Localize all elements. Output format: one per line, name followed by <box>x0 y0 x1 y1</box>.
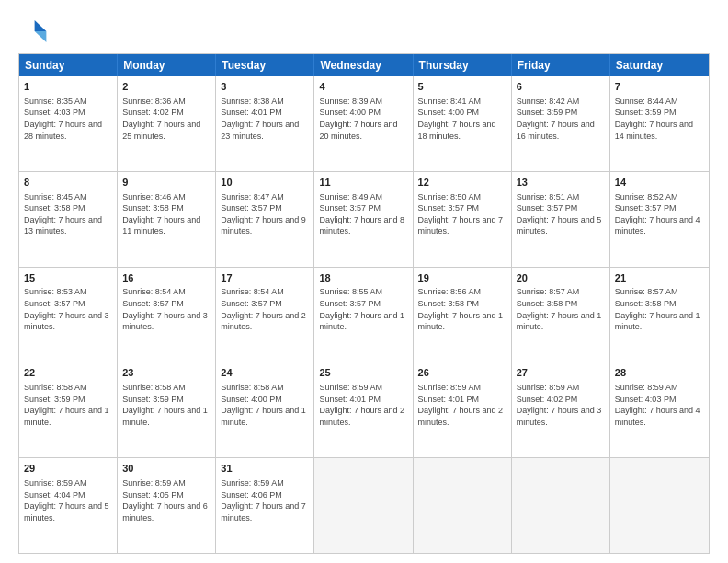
day-number: 15 <box>24 271 112 285</box>
day-number: 28 <box>615 366 704 380</box>
day-info: Sunrise: 8:50 AMSunset: 3:57 PMDaylight:… <box>418 191 506 237</box>
day-cell: 9Sunrise: 8:46 AMSunset: 3:58 PMDaylight… <box>118 172 216 267</box>
day-info: Sunrise: 8:54 AMSunset: 3:57 PMDaylight:… <box>221 286 309 332</box>
day-cell: 4Sunrise: 8:39 AMSunset: 4:00 PMDaylight… <box>314 76 413 171</box>
day-info: Sunrise: 8:56 AMSunset: 3:58 PMDaylight:… <box>418 286 506 332</box>
svg-marker-1 <box>35 31 47 42</box>
week-row-0: 1Sunrise: 8:35 AMSunset: 4:03 PMDaylight… <box>19 76 709 172</box>
day-cell: 18Sunrise: 8:55 AMSunset: 3:57 PMDayligh… <box>314 268 413 362</box>
day-info: Sunrise: 8:57 AMSunset: 3:58 PMDaylight:… <box>517 286 605 332</box>
header-tuesday: Tuesday <box>216 54 314 76</box>
week-row-2: 15Sunrise: 8:53 AMSunset: 3:57 PMDayligh… <box>19 268 709 363</box>
day-info: Sunrise: 8:57 AMSunset: 3:58 PMDaylight:… <box>615 286 704 332</box>
day-cell: 5Sunrise: 8:41 AMSunset: 4:00 PMDaylight… <box>414 76 512 171</box>
top-bar <box>18 17 710 46</box>
day-number: 20 <box>517 271 605 285</box>
day-info: Sunrise: 8:45 AMSunset: 3:58 PMDaylight:… <box>24 191 112 237</box>
day-cell: 19Sunrise: 8:56 AMSunset: 3:58 PMDayligh… <box>414 268 512 362</box>
day-info: Sunrise: 8:38 AMSunset: 4:01 PMDaylight:… <box>221 96 309 142</box>
day-cell: 14Sunrise: 8:52 AMSunset: 3:57 PMDayligh… <box>610 172 709 267</box>
header-sunday: Sunday <box>19 54 118 76</box>
day-number: 8 <box>24 176 112 190</box>
day-info: Sunrise: 8:58 AMSunset: 3:59 PMDaylight:… <box>24 382 112 428</box>
day-cell: 11Sunrise: 8:49 AMSunset: 3:57 PMDayligh… <box>314 172 413 267</box>
day-number: 30 <box>122 462 210 476</box>
day-cell: 27Sunrise: 8:59 AMSunset: 4:02 PMDayligh… <box>512 362 610 457</box>
day-cell: 15Sunrise: 8:53 AMSunset: 3:57 PMDayligh… <box>19 268 118 362</box>
day-cell: 30Sunrise: 8:59 AMSunset: 4:05 PMDayligh… <box>118 458 216 553</box>
day-cell: 20Sunrise: 8:57 AMSunset: 3:58 PMDayligh… <box>512 268 610 362</box>
day-info: Sunrise: 8:59 AMSunset: 4:03 PMDaylight:… <box>615 382 704 428</box>
day-info: Sunrise: 8:58 AMSunset: 4:00 PMDaylight:… <box>221 382 309 428</box>
day-cell: 8Sunrise: 8:45 AMSunset: 3:58 PMDaylight… <box>19 172 118 267</box>
day-info: Sunrise: 8:46 AMSunset: 3:58 PMDaylight:… <box>122 191 210 237</box>
day-cell: 13Sunrise: 8:51 AMSunset: 3:57 PMDayligh… <box>512 172 610 267</box>
day-info: Sunrise: 8:51 AMSunset: 3:57 PMDaylight:… <box>517 191 605 237</box>
calendar-body: 1Sunrise: 8:35 AMSunset: 4:03 PMDaylight… <box>19 76 709 553</box>
day-info: Sunrise: 8:59 AMSunset: 4:05 PMDaylight:… <box>122 477 210 523</box>
day-info: Sunrise: 8:59 AMSunset: 4:06 PMDaylight:… <box>221 477 309 523</box>
logo-icon <box>18 17 48 46</box>
day-cell <box>414 458 512 553</box>
day-number: 16 <box>122 271 210 285</box>
day-number: 22 <box>24 366 112 380</box>
day-number: 9 <box>122 176 210 190</box>
day-info: Sunrise: 8:55 AMSunset: 3:57 PMDaylight:… <box>319 286 407 332</box>
day-number: 5 <box>418 80 506 94</box>
day-number: 31 <box>221 462 309 476</box>
day-cell <box>610 458 709 553</box>
day-info: Sunrise: 8:42 AMSunset: 3:59 PMDaylight:… <box>517 96 605 142</box>
header-monday: Monday <box>118 54 216 76</box>
day-info: Sunrise: 8:49 AMSunset: 3:57 PMDaylight:… <box>319 191 407 237</box>
header-friday: Friday <box>512 54 610 76</box>
day-number: 17 <box>221 271 309 285</box>
week-row-1: 8Sunrise: 8:45 AMSunset: 3:58 PMDaylight… <box>19 172 709 268</box>
day-cell: 1Sunrise: 8:35 AMSunset: 4:03 PMDaylight… <box>19 76 118 171</box>
day-cell: 22Sunrise: 8:58 AMSunset: 3:59 PMDayligh… <box>19 362 118 457</box>
day-cell: 24Sunrise: 8:58 AMSunset: 4:00 PMDayligh… <box>216 362 314 457</box>
day-info: Sunrise: 8:35 AMSunset: 4:03 PMDaylight:… <box>24 96 112 142</box>
day-cell <box>314 458 413 553</box>
week-row-4: 29Sunrise: 8:59 AMSunset: 4:04 PMDayligh… <box>19 458 709 553</box>
day-cell: 3Sunrise: 8:38 AMSunset: 4:01 PMDaylight… <box>216 76 314 171</box>
day-cell: 10Sunrise: 8:47 AMSunset: 3:57 PMDayligh… <box>216 172 314 267</box>
day-number: 19 <box>418 271 506 285</box>
day-info: Sunrise: 8:54 AMSunset: 3:57 PMDaylight:… <box>122 286 210 332</box>
week-row-3: 22Sunrise: 8:58 AMSunset: 3:59 PMDayligh… <box>19 362 709 458</box>
day-number: 6 <box>517 80 605 94</box>
day-cell: 26Sunrise: 8:59 AMSunset: 4:01 PMDayligh… <box>414 362 512 457</box>
day-info: Sunrise: 8:53 AMSunset: 3:57 PMDaylight:… <box>24 286 112 332</box>
day-cell: 2Sunrise: 8:36 AMSunset: 4:02 PMDaylight… <box>118 76 216 171</box>
day-info: Sunrise: 8:59 AMSunset: 4:02 PMDaylight:… <box>517 382 605 428</box>
day-number: 4 <box>319 80 407 94</box>
day-cell: 28Sunrise: 8:59 AMSunset: 4:03 PMDayligh… <box>610 362 709 457</box>
day-info: Sunrise: 8:39 AMSunset: 4:00 PMDaylight:… <box>319 96 407 142</box>
calendar-header: Sunday Monday Tuesday Wednesday Thursday… <box>19 54 709 76</box>
day-number: 13 <box>517 176 605 190</box>
day-number: 11 <box>319 176 407 190</box>
day-info: Sunrise: 8:59 AMSunset: 4:04 PMDaylight:… <box>24 477 112 523</box>
header-saturday: Saturday <box>610 54 709 76</box>
day-info: Sunrise: 8:58 AMSunset: 3:59 PMDaylight:… <box>122 382 210 428</box>
day-cell: 21Sunrise: 8:57 AMSunset: 3:58 PMDayligh… <box>610 268 709 362</box>
page: Sunday Monday Tuesday Wednesday Thursday… <box>0 0 728 563</box>
day-cell: 7Sunrise: 8:44 AMSunset: 3:59 PMDaylight… <box>610 76 709 171</box>
day-number: 18 <box>319 271 407 285</box>
day-number: 26 <box>418 366 506 380</box>
day-number: 21 <box>615 271 704 285</box>
day-number: 27 <box>517 366 605 380</box>
day-number: 25 <box>319 366 407 380</box>
day-number: 10 <box>221 176 309 190</box>
day-cell: 23Sunrise: 8:58 AMSunset: 3:59 PMDayligh… <box>118 362 216 457</box>
day-info: Sunrise: 8:59 AMSunset: 4:01 PMDaylight:… <box>418 382 506 428</box>
day-number: 2 <box>122 80 210 94</box>
day-number: 7 <box>615 80 704 94</box>
day-info: Sunrise: 8:52 AMSunset: 3:57 PMDaylight:… <box>615 191 704 237</box>
day-info: Sunrise: 8:41 AMSunset: 4:00 PMDaylight:… <box>418 96 506 142</box>
day-cell: 6Sunrise: 8:42 AMSunset: 3:59 PMDaylight… <box>512 76 610 171</box>
day-number: 12 <box>418 176 506 190</box>
day-info: Sunrise: 8:59 AMSunset: 4:01 PMDaylight:… <box>319 382 407 428</box>
calendar: Sunday Monday Tuesday Wednesday Thursday… <box>18 53 710 554</box>
day-cell: 29Sunrise: 8:59 AMSunset: 4:04 PMDayligh… <box>19 458 118 553</box>
day-cell: 12Sunrise: 8:50 AMSunset: 3:57 PMDayligh… <box>414 172 512 267</box>
